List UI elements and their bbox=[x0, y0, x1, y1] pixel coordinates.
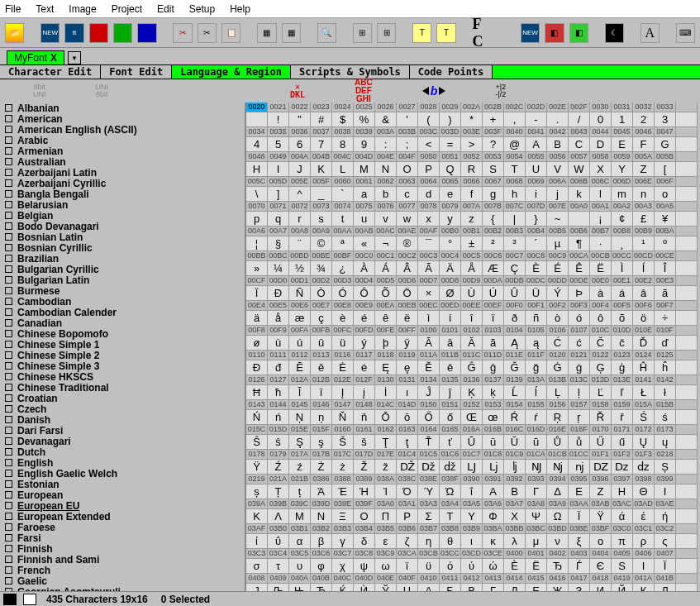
glyph-cell[interactable]: Ǉ bbox=[461, 460, 483, 475]
checkbox-icon[interactable] bbox=[5, 416, 12, 423]
glyph-cell[interactable]: ( bbox=[418, 112, 440, 127]
color-green-button[interactable] bbox=[113, 23, 132, 43]
glyph-cell[interactable]: T bbox=[504, 162, 526, 177]
glyph-cell[interactable]: µ bbox=[547, 236, 569, 251]
menu-setup[interactable]: Setup bbox=[189, 3, 215, 15]
glyph-cell[interactable]: Ö bbox=[397, 286, 418, 301]
checkbox-icon[interactable] bbox=[5, 459, 12, 466]
checkbox-icon[interactable] bbox=[5, 545, 12, 552]
lang-item[interactable]: Finnish bbox=[0, 543, 245, 554]
lang-item[interactable]: Bosnian Latin bbox=[0, 231, 245, 242]
glyph-cell[interactable]: ĝ bbox=[483, 360, 504, 375]
checkbox-icon[interactable] bbox=[5, 179, 12, 187]
new2-button[interactable]: NEW bbox=[521, 23, 540, 43]
glyph-cell[interactable]: Ĝ bbox=[461, 360, 483, 375]
glyph-cell[interactable]: ǅ bbox=[418, 460, 440, 475]
glyph-cell[interactable]: ά bbox=[612, 509, 633, 524]
subtab-character-edit[interactable]: Character Edit bbox=[0, 65, 101, 79]
glyph-cell[interactable]: Š bbox=[332, 435, 354, 450]
open-button[interactable]: 📂 bbox=[5, 23, 24, 43]
glyph-cell[interactable]: ŕ bbox=[526, 410, 547, 425]
glyph-cell[interactable]: μ bbox=[526, 534, 547, 549]
glyph-cell[interactable]: - bbox=[526, 112, 547, 127]
glyph-cell[interactable]: Þ bbox=[569, 286, 590, 301]
glyph-cell[interactable]: Ŗ bbox=[547, 410, 569, 425]
glyph-cell[interactable]: ş bbox=[311, 435, 332, 450]
glyph-cell[interactable]: έ bbox=[633, 509, 655, 524]
cut-button[interactable]: ✂ bbox=[173, 23, 192, 43]
glyph-cell[interactable]: è bbox=[332, 311, 354, 326]
glyph-cell[interactable]: Ķ bbox=[461, 385, 483, 400]
glyph-cell[interactable]: Ά bbox=[311, 484, 332, 499]
checkbox-icon[interactable] bbox=[5, 373, 12, 380]
checkbox-icon[interactable] bbox=[5, 502, 12, 509]
glyph-cell[interactable]: Ō bbox=[375, 410, 397, 425]
glyph-cell[interactable]: γ bbox=[332, 534, 354, 549]
glyph-cell[interactable]: â bbox=[633, 286, 655, 301]
glyph-cell[interactable]: Ó bbox=[332, 286, 354, 301]
glyph-cell[interactable]: Ź bbox=[268, 460, 289, 475]
glyph-cell[interactable]: ž bbox=[375, 460, 397, 475]
glyph-cell[interactable]: ù bbox=[268, 336, 289, 351]
glyph-cell[interactable]: ο bbox=[590, 534, 612, 549]
glyph-cell[interactable]: Ä bbox=[440, 261, 461, 276]
lang-item[interactable]: Albanian bbox=[0, 103, 245, 113]
glyph-cell[interactable]: Ǆ bbox=[397, 460, 418, 475]
glyph-cell[interactable]: Β bbox=[504, 484, 526, 499]
glyph-cell[interactable]: σ bbox=[246, 559, 268, 574]
lang-item[interactable]: English Gaelic Welch bbox=[0, 468, 245, 479]
color-red-button[interactable] bbox=[89, 23, 108, 43]
lang-item[interactable]: Dutch bbox=[0, 446, 245, 457]
glyph-cell[interactable]: k bbox=[569, 187, 590, 202]
checkbox-icon[interactable] bbox=[5, 491, 12, 499]
glyph-cell[interactable]: ż bbox=[332, 460, 354, 475]
glyph-cell[interactable]: Θ bbox=[633, 484, 655, 499]
glyph-cell[interactable]: Є bbox=[590, 559, 612, 574]
glyph-cell[interactable]: } bbox=[526, 212, 547, 227]
glyph-cell[interactable]: 3 bbox=[655, 112, 676, 127]
glyph-cell[interactable]: Ŕ bbox=[504, 410, 526, 425]
glyph-cell[interactable] bbox=[569, 212, 590, 227]
glyph-cell[interactable]: Ģ bbox=[590, 360, 612, 375]
glyph-cell[interactable]: ő bbox=[440, 410, 461, 425]
glyph-cell[interactable]: I bbox=[268, 162, 289, 177]
glyph-cell[interactable]: ę bbox=[397, 360, 418, 375]
glyph-cell[interactable]: Α bbox=[483, 484, 504, 499]
checkbox-icon[interactable] bbox=[5, 298, 12, 305]
glyph-cell[interactable]: Q bbox=[440, 162, 461, 177]
glyph-cell[interactable]: Η bbox=[612, 484, 633, 499]
glyph-cell[interactable]: Μ bbox=[289, 509, 311, 524]
checkbox-icon[interactable] bbox=[5, 351, 12, 359]
lang-item[interactable]: English bbox=[0, 457, 245, 468]
glyph-cell[interactable]: ı bbox=[397, 385, 418, 400]
glyph-cell[interactable]: ν bbox=[547, 534, 569, 549]
lang-item[interactable]: Farsi bbox=[0, 532, 245, 543]
glyph-cell[interactable]: ² bbox=[483, 236, 504, 251]
glyph-cell[interactable]: Ø bbox=[440, 286, 461, 301]
lang-item[interactable]: Bulgarian Cyrillic bbox=[0, 264, 245, 274]
glyph-cell[interactable]: ¿ bbox=[332, 261, 354, 276]
glyph-cell[interactable]: i bbox=[526, 187, 547, 202]
nav-arrows[interactable]: b bbox=[422, 84, 446, 98]
checkbox-icon[interactable] bbox=[5, 104, 12, 112]
checkbox-icon[interactable] bbox=[5, 556, 12, 563]
moon-button[interactable]: ☾ bbox=[605, 23, 624, 43]
lang-item[interactable]: Brazilian bbox=[0, 253, 245, 264]
glyph-cell[interactable]: ~ bbox=[547, 212, 569, 227]
tool-2-button[interactable]: ▦ bbox=[282, 23, 301, 43]
glyph-cell[interactable]: Œ bbox=[461, 410, 483, 425]
glyph-cell[interactable]: υ bbox=[289, 559, 311, 574]
glyph-cell[interactable]: Ł bbox=[633, 385, 655, 400]
menu-text[interactable]: Text bbox=[36, 3, 54, 15]
glyph-cell[interactable]: ¡ bbox=[590, 212, 612, 227]
glyph-cell[interactable]: ! bbox=[268, 112, 289, 127]
checkbox-icon[interactable] bbox=[5, 276, 12, 284]
glyph-cell[interactable]: K bbox=[311, 162, 332, 177]
glyph-cell[interactable]: Ň bbox=[332, 410, 354, 425]
glyph-cell[interactable]: Ì bbox=[612, 261, 633, 276]
lang-item[interactable]: European Extended bbox=[0, 511, 245, 522]
glyph-cell[interactable]: ¹ bbox=[633, 236, 655, 251]
lang-item[interactable]: American English (ASCII) bbox=[0, 124, 245, 135]
lang-item[interactable]: Chinese Simple 1 bbox=[0, 339, 245, 350]
glyph-cell[interactable]: ŗ bbox=[569, 410, 590, 425]
